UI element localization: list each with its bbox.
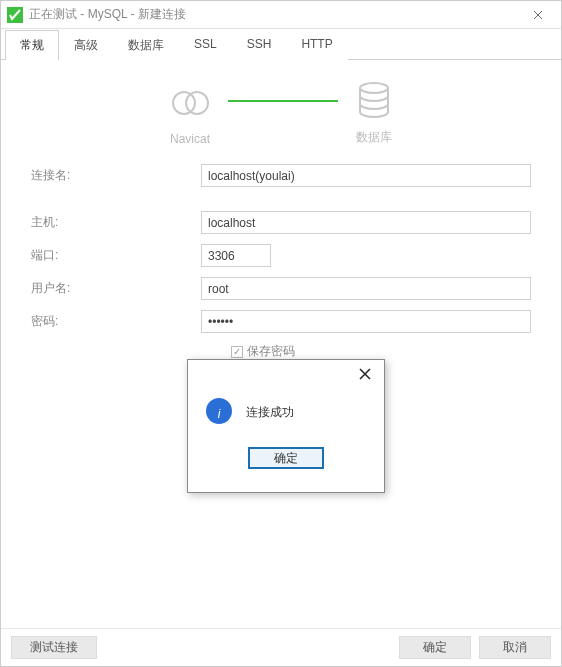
navicat-icon [170,83,210,126]
tab-database[interactable]: 数据库 [113,30,179,60]
database-icon [357,82,391,123]
form: 连接名: 主机: 端口: 用户名: 密码: ✓ 保存密码 [1,156,561,368]
port-input[interactable] [201,244,271,267]
tabs: 常规 高级 数据库 SSL SSH HTTP [1,29,561,60]
connection-line [228,100,338,102]
conn-name-label: 连接名: [31,167,201,184]
user-label: 用户名: [31,280,201,297]
navicat-label: Navicat [170,132,210,146]
info-icon: i [204,396,234,429]
svg-point-1 [173,92,195,114]
user-input[interactable] [201,277,531,300]
tab-general[interactable]: 常规 [5,30,59,60]
dialog-ok-button[interactable]: 确定 [248,447,324,469]
window-title: 正在测试 - MySQL - 新建连接 [29,6,523,23]
message-dialog: i 连接成功 确定 [187,359,385,493]
svg-point-2 [186,92,208,114]
cancel-button[interactable]: 取消 [479,636,551,659]
save-pass-checkbox[interactable]: ✓ [231,346,243,358]
test-connection-button[interactable]: 测试连接 [11,636,97,659]
conn-name-input[interactable] [201,164,531,187]
connection-graphic: Navicat 数据库 [1,60,561,156]
host-input[interactable] [201,211,531,234]
titlebar: 正在测试 - MySQL - 新建连接 [1,1,561,29]
svg-text:i: i [218,407,221,421]
app-icon [7,7,23,23]
svg-point-3 [360,83,388,93]
port-label: 端口: [31,247,201,264]
tab-ssl[interactable]: SSL [179,30,232,60]
window-close-button[interactable] [523,4,553,26]
tab-advanced[interactable]: 高级 [59,30,113,60]
pass-label: 密码: [31,313,201,330]
save-pass-label: 保存密码 [247,343,295,360]
dialog-close-button[interactable] [354,364,376,384]
database-label: 数据库 [356,129,392,146]
host-label: 主机: [31,214,201,231]
dialog-message: 连接成功 [246,404,294,421]
tab-ssh[interactable]: SSH [232,30,287,60]
ok-button[interactable]: 确定 [399,636,471,659]
pass-input[interactable] [201,310,531,333]
footer: 测试连接 确定 取消 [1,628,561,666]
tab-http[interactable]: HTTP [286,30,347,60]
